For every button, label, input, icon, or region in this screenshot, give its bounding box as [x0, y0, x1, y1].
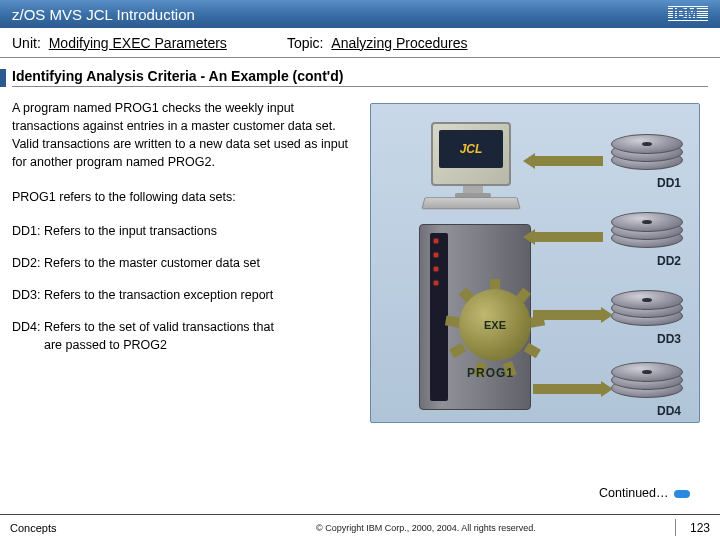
arrow-dd4 [533, 384, 603, 394]
breadcrumb: Unit: Modifying EXEC Parameters Topic: A… [0, 28, 720, 58]
disk-label: DD2 [657, 254, 681, 268]
topic-value: Analyzing Procedures [331, 35, 467, 51]
footer-copyright: © Copyright IBM Corp., 2000, 2004. All r… [316, 523, 536, 533]
title-bar: z/OS MVS JCL Introduction [0, 0, 720, 28]
disk-label: DD4 [657, 404, 681, 418]
arrow-dd1 [533, 156, 603, 166]
heading-accent-icon [0, 69, 6, 87]
section-heading-row: Identifying Analysis Criteria - An Examp… [0, 68, 720, 87]
architecture-diagram: JCL EXE PROG1 [370, 103, 700, 423]
unit-value: Modifying EXEC Parameters [49, 35, 227, 51]
disk-label: DD1 [657, 176, 681, 190]
continued-indicator: Continued… [599, 486, 690, 500]
dd4-line-b: are passed to PROG2 [12, 336, 362, 354]
continued-label: Continued… [599, 486, 669, 500]
gear-label: EXE [484, 320, 506, 331]
prog1-label: PROG1 [467, 366, 514, 380]
refers-paragraph: PROG1 refers to the following data sets: [12, 188, 362, 206]
disk-dd3: DD3 [611, 290, 685, 340]
monitor-screen-label: JCL [439, 130, 503, 168]
monitor-icon: JCL [431, 122, 511, 186]
intro-paragraph: A program named PROG1 checks the weekly … [12, 99, 362, 172]
ibm-logo-icon [668, 6, 708, 22]
topic-label: Topic: [287, 35, 324, 51]
dd1-line: DD1: Refers to the input transactions [12, 222, 362, 240]
course-title: z/OS MVS JCL Introduction [12, 6, 668, 23]
section-heading: Identifying Analysis Criteria - An Examp… [12, 68, 708, 87]
disk-dd4: DD4 [611, 362, 685, 412]
footer-section: Concepts [10, 522, 56, 534]
dd3-line: DD3: Refers to the transaction exception… [12, 286, 362, 304]
unit-label: Unit: [12, 35, 41, 51]
disk-label: DD3 [657, 332, 681, 346]
page-number: 123 [690, 521, 710, 535]
continued-icon [674, 490, 690, 498]
footer: Concepts © Copyright IBM Corp., 2000, 20… [0, 514, 720, 540]
disk-dd1: DD1 [611, 134, 685, 184]
dd2-line: DD2: Refers to the master customer data … [12, 254, 362, 272]
arrow-dd3 [533, 310, 603, 320]
dd4-line-a: DD4: Refers to the set of valid transact… [12, 318, 362, 336]
arrow-dd2 [533, 232, 603, 242]
gear-icon: EXE [459, 289, 531, 361]
keyboard-icon [421, 197, 520, 209]
disk-dd2: DD2 [611, 212, 685, 262]
body-text: A program named PROG1 checks the weekly … [12, 99, 362, 423]
